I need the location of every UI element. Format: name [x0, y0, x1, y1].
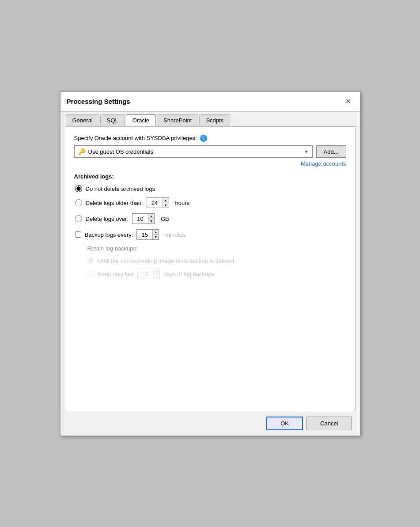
dialog-footer: OK Cancel — [61, 411, 360, 436]
tab-sql[interactable]: SQL — [100, 114, 125, 126]
archived-logs-options: Do not delete archived logs Delete logs … — [74, 185, 346, 240]
credential-row: 🔑 Use guest OS credentials ▼ Add... — [74, 145, 346, 158]
retain-days-unit-label: days of log backups — [163, 271, 214, 277]
retain-radio-keep-last — [87, 270, 95, 277]
gb-input[interactable] — [132, 214, 148, 224]
credential-dropdown[interactable]: 🔑 Use guest OS credentials ▼ — [74, 145, 313, 158]
backup-logs-checkbox[interactable] — [75, 231, 81, 238]
dropdown-arrow-icon: ▼ — [304, 149, 309, 154]
gb-unit-label: GB — [161, 216, 169, 222]
retain-radio-image-level — [87, 257, 95, 264]
sysdba-label: Specify Oracle account with SYSDBA privi… — [74, 135, 346, 142]
radio-row-no-delete: Do not delete archived logs — [75, 185, 346, 192]
retain-days-input — [138, 269, 154, 279]
oracle-tab-content: Specify Oracle account with SYSDBA privi… — [65, 126, 356, 411]
minutes-spinbox: ▲ ▼ — [136, 229, 159, 240]
key-icon: 🔑 — [78, 148, 86, 155]
minutes-down-btn[interactable]: ▼ — [153, 235, 159, 240]
radio-row-logs-over: Delete logs over: ▲ ▼ GB — [75, 213, 346, 224]
radio-logs-over-label: Delete logs over: — [86, 216, 129, 222]
hours-up-btn[interactable]: ▲ — [163, 198, 169, 203]
archived-logs-label: Archived logs: — [74, 173, 346, 180]
hours-unit-label: hours — [175, 200, 190, 206]
dialog-title: Processing Settings — [67, 98, 130, 105]
tab-bar: General SQL Oracle SharePoint Scripts — [61, 112, 360, 126]
tab-general[interactable]: General — [66, 114, 99, 126]
retain-section: Retain log backups: Until the correspond… — [74, 245, 346, 279]
manage-accounts-link[interactable]: Manage accounts — [74, 160, 346, 167]
hours-down-btn[interactable]: ▼ — [163, 203, 169, 208]
cancel-button[interactable]: Cancel — [306, 417, 352, 430]
processing-settings-dialog: Processing Settings ✕ General SQL Oracle… — [60, 91, 360, 436]
retain-label: Retain log backups: — [87, 245, 346, 252]
hours-input[interactable] — [147, 198, 163, 208]
radio-older-than[interactable] — [75, 199, 82, 206]
retain-keep-last-label: Keep only last — [98, 271, 134, 277]
ok-button[interactable]: OK — [266, 417, 303, 430]
retain-days-up-btn: ▲ — [154, 269, 159, 274]
retain-days-spinbox: ▲ ▼ — [137, 269, 160, 279]
minutes-input[interactable] — [137, 230, 153, 239]
backup-logs-row: Backup logs every: ▲ ▼ minutes — [75, 229, 346, 240]
close-button[interactable]: ✕ — [343, 96, 354, 107]
tab-oracle[interactable]: Oracle — [126, 114, 156, 126]
add-button[interactable]: Add... — [316, 145, 346, 158]
info-icon[interactable]: i — [200, 135, 207, 142]
radio-older-than-label: Delete logs older than: — [86, 200, 143, 206]
backup-logs-label: Backup logs every: — [85, 231, 133, 238]
radio-logs-over[interactable] — [75, 215, 82, 222]
credential-value: Use guest OS credentials — [88, 148, 153, 155]
retain-image-level-label: Until the corresponding image-level back… — [98, 258, 235, 264]
minutes-unit-label: minutes — [165, 231, 185, 238]
retain-days-down-btn: ▼ — [154, 274, 159, 279]
retain-radio-row-1: Until the corresponding image-level back… — [87, 257, 346, 264]
title-bar: Processing Settings ✕ — [61, 92, 360, 112]
minutes-up-btn[interactable]: ▲ — [153, 230, 159, 235]
radio-row-older-than: Delete logs older than: ▲ ▼ hours — [75, 197, 346, 208]
gb-down-btn[interactable]: ▼ — [148, 219, 154, 224]
radio-no-delete-label: Do not delete archived logs — [86, 186, 155, 192]
radio-no-delete[interactable] — [75, 185, 82, 192]
tab-sharepoint[interactable]: SharePoint — [157, 114, 198, 126]
hours-spinbox: ▲ ▼ — [147, 197, 169, 208]
retain-radio-row-2: Keep only last ▲ ▼ days of log backups — [87, 269, 346, 279]
tab-scripts[interactable]: Scripts — [199, 114, 230, 126]
gb-spinbox: ▲ ▼ — [132, 213, 155, 224]
gb-up-btn[interactable]: ▲ — [148, 214, 154, 219]
